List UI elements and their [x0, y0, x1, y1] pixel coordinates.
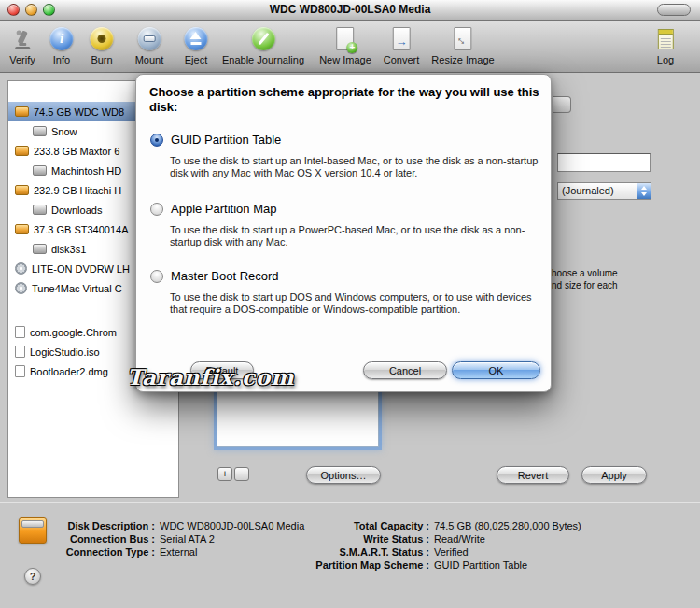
write-status-value: Read/Write — [434, 533, 581, 544]
toolbar-label: Mount — [135, 54, 164, 65]
ok-button[interactable]: OK — [452, 361, 540, 379]
toolbar-info-button[interactable]: Info — [50, 23, 74, 65]
toolbar-verify-button[interactable]: Verify — [9, 23, 35, 65]
sidebar-item-label: disk3s1 — [51, 244, 86, 255]
toolbar-enable-journaling-button[interactable]: Enable Journaling — [222, 23, 304, 65]
hard-disk-icon — [15, 106, 29, 117]
traffic-lights — [7, 4, 55, 16]
disk-image-icon — [15, 326, 25, 338]
disk-utility-window: WDC WD800JD-00LSA0 Media Verify Info Bur… — [0, 0, 700, 608]
smart-status-value: Verified — [434, 546, 581, 558]
apple-partition-map-description: To use the disk to start up a PowerPC-ba… — [170, 224, 539, 248]
enable-journaling-icon — [222, 23, 304, 54]
toolbar-label: Burn — [91, 54, 114, 65]
partition-scheme-dialog: Choose a partition scheme appropriate fo… — [135, 74, 552, 392]
toolbar-label: New Image — [319, 54, 371, 65]
external-drive-icon — [19, 517, 47, 544]
sidebar-item-label: LogicStudio.iso — [30, 346, 100, 358]
hard-disk-icon — [15, 185, 29, 195]
hard-disk-icon — [15, 146, 29, 156]
smart-status-label: S.M.A.R.T. Status : — [266, 546, 429, 558]
watermark: Taranfix.com — [127, 364, 295, 389]
volume-format-dropdown[interactable]: (Journaled) — [557, 182, 651, 200]
sidebar-item-label: Snow — [51, 126, 77, 137]
info-icon — [50, 23, 74, 54]
mount-icon — [135, 23, 164, 54]
zoom-button[interactable] — [43, 4, 55, 16]
sidebar-item-label: LITE-ON DVDRW LH — [32, 263, 130, 275]
eject-icon — [185, 23, 208, 54]
disk-description-label: Disk Description : — [54, 520, 155, 531]
master-boot-record-description: To use the disk to start up DOS and Wind… — [170, 291, 539, 316]
connection-bus-label: Connection Bus : — [54, 533, 155, 544]
dialog-prompt: Choose a partition scheme appropriate fo… — [149, 85, 539, 115]
apply-button[interactable]: Apply — [581, 466, 647, 484]
toolbar-burn-button[interactable]: Burn — [91, 23, 114, 65]
radio-label: GUID Partition Table — [171, 133, 281, 147]
radio-label: Apple Partition Map — [171, 202, 276, 216]
write-status-label: Write Status : — [266, 533, 429, 544]
minimize-button[interactable] — [25, 4, 37, 16]
volume-format-value: (Journaled) — [562, 185, 614, 196]
volume-icon — [33, 244, 47, 254]
radio-unselected-icon — [150, 203, 163, 216]
sidebar-item-label: 232.9 GB Hitachi H — [34, 185, 121, 196]
toolbar-convert-button[interactable]: Convert — [384, 23, 420, 65]
toolbar-log-button[interactable]: Log — [657, 23, 674, 65]
resize-image-icon — [431, 23, 494, 54]
volume-name-field[interactable] — [557, 153, 651, 172]
remove-partition-button[interactable]: − — [234, 467, 249, 481]
volume-icon — [33, 205, 47, 215]
disk-info-right: Total Capacity : 74.5 GB (80,025,280,000… — [266, 520, 581, 571]
partition-hint-text: nd size for each — [552, 280, 618, 290]
chevron-updown-icon — [637, 183, 651, 199]
options-button[interactable]: Options… — [306, 466, 381, 484]
volume-icon — [33, 165, 47, 176]
toolbar-eject-button[interactable]: Eject — [185, 23, 208, 65]
sidebar-item-label: Downloads — [51, 205, 102, 216]
partition-map-scheme-label: Partition Map Scheme : — [266, 559, 429, 571]
partition-map-scheme-value: GUID Partition Table — [434, 559, 581, 571]
cancel-button[interactable]: Cancel — [363, 361, 447, 379]
disk-image-icon — [15, 346, 25, 358]
burn-icon — [91, 23, 114, 54]
radio-guid-partition-table[interactable]: GUID Partition Table — [150, 133, 281, 147]
connection-type-label: Connection Type : — [54, 546, 155, 558]
optical-disc-icon — [15, 262, 27, 275]
sidebar-item-label: Tune4Mac Virtual C — [32, 283, 122, 294]
toolbar-resize-image-button[interactable]: Resize Image — [431, 23, 494, 65]
verify-icon — [9, 23, 35, 54]
partition-box[interactable] — [217, 390, 379, 447]
titlebar: WDC WD800JD-00LSA0 Media — [0, 0, 700, 21]
partition-tab-fragment[interactable] — [553, 96, 571, 113]
toolbar: Verify Info Burn Mount Eject Enable Jour… — [0, 21, 700, 73]
toolbar-label: Convert — [384, 54, 420, 65]
hard-disk-icon — [15, 224, 29, 234]
partition-hint-text: hoose a volume — [552, 268, 618, 278]
sidebar-item-label: 74.5 GB WDC WD8 — [34, 106, 124, 118]
toolbar-new-image-button[interactable]: New Image — [319, 23, 371, 65]
new-image-icon — [319, 23, 371, 54]
window-title: WDC WD800JD-00LSA0 Media — [0, 0, 700, 20]
radio-apple-partition-map[interactable]: Apple Partition Map — [150, 202, 276, 216]
sidebar-item-label: com.google.Chrom — [30, 327, 117, 338]
sidebar-item-label: Bootloader2.dmg — [30, 366, 108, 377]
radio-selected-icon — [150, 134, 163, 147]
radio-label: Master Boot Record — [171, 269, 279, 283]
optical-disc-icon — [15, 282, 27, 294]
disk-image-icon — [15, 365, 25, 377]
toolbar-mount-button[interactable]: Mount — [135, 23, 164, 65]
add-partition-button[interactable]: + — [217, 467, 232, 481]
toolbar-label: Log — [657, 54, 674, 65]
revert-button[interactable]: Revert — [497, 466, 569, 484]
close-button[interactable] — [7, 4, 20, 16]
toolbar-label: Eject — [185, 54, 208, 65]
help-button[interactable]: ? — [24, 568, 41, 585]
radio-master-boot-record[interactable]: Master Boot Record — [150, 269, 279, 283]
log-icon — [657, 23, 674, 54]
radio-unselected-icon — [150, 270, 163, 283]
content-divider — [0, 502, 700, 503]
volume-icon — [33, 126, 47, 136]
guid-description: To use the disk to start up an Intel-bas… — [170, 155, 539, 179]
toolbar-toggle-button[interactable] — [657, 4, 691, 16]
